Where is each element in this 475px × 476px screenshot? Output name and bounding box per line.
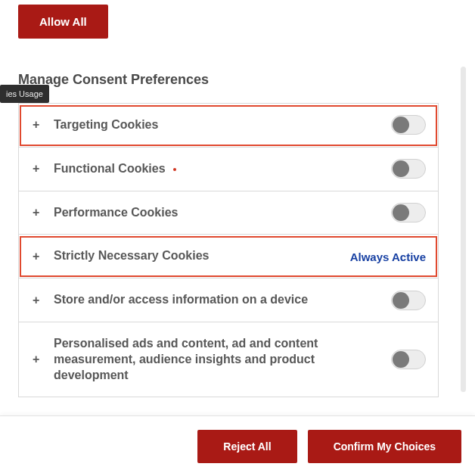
always-active-label: Always Active: [350, 250, 426, 263]
expand-icon[interactable]: +: [33, 353, 46, 366]
toggle-knob: [393, 292, 409, 309]
expand-icon[interactable]: +: [33, 118, 46, 132]
expand-icon[interactable]: +: [33, 294, 46, 307]
category-row-strictly-necessary[interactable]: + Strictly Necessary Cookies Always Acti…: [18, 235, 439, 278]
expand-icon[interactable]: +: [33, 162, 46, 176]
toggle-store-access[interactable]: [391, 291, 426, 310]
footer-bar: Reject All Confirm My Choices: [0, 415, 475, 476]
indicator-dot-icon: [173, 168, 176, 171]
category-label-text: Functional Cookies: [54, 162, 166, 175]
toggle-targeting[interactable]: [391, 115, 426, 135]
category-row-personalised[interactable]: + Personalised ads and content, ad and c…: [18, 322, 439, 397]
toggle-functional[interactable]: [391, 159, 426, 179]
consent-categories-list: + Targeting Cookies + Functional Cookies…: [18, 103, 439, 397]
category-row-store-access[interactable]: + Store and/or access information on a d…: [18, 278, 439, 322]
toggle-personalised[interactable]: [391, 350, 426, 369]
expand-icon[interactable]: +: [33, 206, 46, 219]
expand-icon[interactable]: +: [33, 250, 46, 263]
category-row-targeting[interactable]: + Targeting Cookies: [18, 104, 439, 148]
toggle-knob: [393, 117, 409, 133]
reject-all-button[interactable]: Reject All: [197, 430, 296, 463]
toggle-knob: [393, 160, 409, 177]
toggle-performance[interactable]: [391, 203, 426, 222]
toggle-knob: [393, 351, 409, 368]
side-badge-cookies-usage: ies Usage: [0, 85, 49, 103]
allow-all-button[interactable]: Allow All: [18, 5, 108, 39]
category-label: Store and/or access information on a dev…: [54, 292, 426, 308]
category-label: Personalised ads and content, ad and con…: [54, 336, 426, 383]
category-row-performance[interactable]: + Performance Cookies: [18, 191, 439, 235]
category-label: Performance Cookies: [54, 205, 426, 221]
category-label: Functional Cookies: [54, 161, 426, 177]
category-row-functional[interactable]: + Functional Cookies: [18, 148, 439, 191]
category-label: Targeting Cookies: [54, 117, 426, 133]
confirm-choices-button[interactable]: Confirm My Choices: [308, 430, 461, 463]
toggle-knob: [393, 204, 409, 221]
vertical-scrollbar[interactable]: [461, 67, 466, 392]
